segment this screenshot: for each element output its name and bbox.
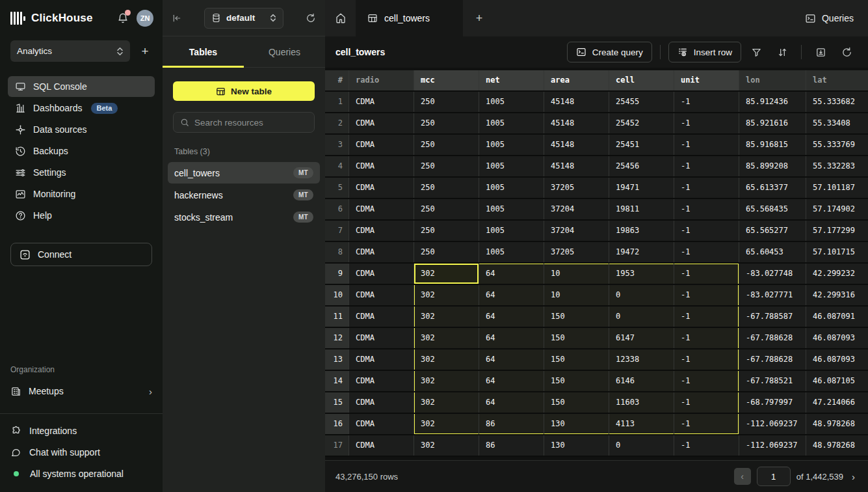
grid-cell[interactable]: 150	[544, 328, 609, 348]
grid-rownum-cell[interactable]: 1	[325, 92, 349, 112]
grid-cell[interactable]: 150	[544, 307, 609, 327]
grid-cell[interactable]: 85.912436	[739, 92, 806, 112]
grid-cell[interactable]: 10	[544, 264, 609, 284]
nav-item-chat-support[interactable]: Chat with support	[10, 443, 152, 461]
grid-cell[interactable]: 37205	[544, 242, 609, 262]
grid-cell[interactable]: 302	[414, 392, 479, 413]
grid-cell[interactable]: 1005	[479, 113, 544, 133]
grid-cell[interactable]: 250	[414, 178, 479, 198]
grid-rownum-cell[interactable]: 13	[325, 349, 349, 370]
grid-cell[interactable]: 1005	[479, 242, 544, 262]
grid-cell[interactable]: 250	[414, 199, 479, 219]
nav-item-dashboards[interactable]: Dashboards Beta	[8, 98, 155, 118]
grid-cell[interactable]: 10	[544, 285, 609, 305]
grid-cell[interactable]: -1	[674, 435, 739, 456]
grid-cell[interactable]: 45148	[544, 135, 609, 155]
grid-cell[interactable]: CDMA	[349, 307, 414, 327]
grid-rownum-cell[interactable]: 15	[325, 392, 349, 413]
grid-cell[interactable]: -1	[674, 371, 739, 391]
notifications-bell-icon[interactable]	[116, 11, 130, 25]
grid-cell[interactable]: 302	[414, 307, 479, 327]
grid-cell[interactable]: 86	[479, 414, 544, 434]
grid-cell[interactable]: 64	[479, 307, 544, 327]
grid-column-header[interactable]: net	[479, 70, 544, 90]
grid-cell[interactable]: 45148	[544, 92, 609, 112]
grid-cell[interactable]: 1005	[479, 156, 544, 176]
grid-cell[interactable]: CDMA	[349, 199, 414, 219]
grid-cell[interactable]: -83.027771	[739, 285, 806, 305]
grid-rownum-header[interactable]: #	[325, 70, 349, 90]
grid-cell[interactable]: 48.978268	[806, 414, 868, 434]
grid-cell[interactable]: 150	[544, 349, 609, 370]
create-query-button[interactable]: Create query	[567, 42, 652, 62]
grid-cell[interactable]: -1	[674, 307, 739, 327]
grid-cell[interactable]: 12338	[609, 349, 674, 370]
clickhouse-logo[interactable]: ClickHouse	[10, 12, 93, 25]
grid-cell[interactable]: -1	[674, 242, 739, 262]
workspace-select[interactable]: Analytics	[10, 40, 130, 62]
grid-rownum-cell[interactable]: 2	[325, 113, 349, 133]
grid-rownum-cell[interactable]: 11	[325, 307, 349, 327]
grid-rownum-cell[interactable]: 10	[325, 285, 349, 305]
grid-cell[interactable]: 37204	[544, 199, 609, 219]
grid-cell[interactable]: 19472	[609, 242, 674, 262]
grid-cell[interactable]: 19471	[609, 178, 674, 198]
next-page-button[interactable]: ›	[849, 471, 858, 482]
grid-cell[interactable]: 55.332283	[806, 156, 868, 176]
table-list-item[interactable]: cell_towersMT	[168, 162, 320, 184]
grid-cell[interactable]: -67.788587	[739, 307, 806, 327]
grid-cell[interactable]: -1	[674, 178, 739, 198]
grid-column-header[interactable]: lon	[739, 70, 806, 90]
grid-cell[interactable]: 65.565277	[739, 221, 806, 241]
grid-cell[interactable]: 86	[479, 435, 544, 456]
add-workspace-button[interactable]: +	[138, 44, 152, 59]
grid-cell[interactable]: 57.101187	[806, 178, 868, 198]
grid-cell[interactable]: 1005	[479, 199, 544, 219]
grid-cell[interactable]: 0	[609, 285, 674, 305]
grid-rownum-cell[interactable]: 14	[325, 371, 349, 391]
grid-cell[interactable]: CDMA	[349, 349, 414, 370]
avatar[interactable]: ZN	[137, 10, 153, 27]
grid-cell[interactable]: 250	[414, 113, 479, 133]
grid-cell[interactable]: 0	[609, 307, 674, 327]
grid-cell[interactable]: 19863	[609, 221, 674, 241]
grid-cell[interactable]: 65.613377	[739, 178, 806, 198]
grid-cell[interactable]: -67.788628	[739, 349, 806, 370]
system-status[interactable]: All systems operational	[10, 465, 152, 483]
grid-cell[interactable]: 130	[544, 414, 609, 434]
grid-cell[interactable]: 302	[414, 414, 479, 434]
grid-cell[interactable]: 25456	[609, 156, 674, 176]
grid-cell[interactable]: -1	[674, 156, 739, 176]
grid-cell[interactable]: 65.568435	[739, 199, 806, 219]
grid-cell[interactable]: 4113	[609, 414, 674, 434]
grid-cell[interactable]: -67.788521	[739, 371, 806, 391]
grid-cell[interactable]: 1005	[479, 221, 544, 241]
grid-cell[interactable]: 46.087105	[806, 371, 868, 391]
page-input[interactable]	[757, 467, 791, 486]
grid-cell[interactable]: 37204	[544, 221, 609, 241]
grid-cell[interactable]: -1	[674, 221, 739, 241]
refresh-database-icon[interactable]	[306, 13, 316, 23]
nav-item-data-sources[interactable]: Data sources	[8, 119, 155, 140]
grid-column-header[interactable]: unit	[674, 70, 739, 90]
grid-cell[interactable]: CDMA	[349, 221, 414, 241]
grid-cell[interactable]: 250	[414, 92, 479, 112]
grid-column-header[interactable]: lat	[806, 70, 868, 90]
grid-cell[interactable]: -1	[674, 113, 739, 133]
grid-cell[interactable]: -1	[674, 264, 739, 284]
tab-tables[interactable]: Tables	[163, 36, 244, 67]
grid-cell[interactable]: 65.60453	[739, 242, 806, 262]
sort-icon[interactable]	[771, 42, 793, 62]
grid-cell[interactable]: -1	[674, 92, 739, 112]
grid-cell[interactable]: CDMA	[349, 135, 414, 155]
grid-cell[interactable]: 250	[414, 221, 479, 241]
grid-cell[interactable]: 45148	[544, 156, 609, 176]
grid-cell[interactable]: 302	[414, 264, 479, 284]
grid-cell[interactable]: CDMA	[349, 92, 414, 112]
table-list-item[interactable]: hackernewsMT	[168, 184, 320, 206]
new-table-button[interactable]: New table	[173, 81, 315, 101]
grid-cell[interactable]: -83.027748	[739, 264, 806, 284]
grid-cell[interactable]: CDMA	[349, 242, 414, 262]
grid-cell[interactable]: 42.299232	[806, 264, 868, 284]
grid-cell[interactable]: CDMA	[349, 285, 414, 305]
